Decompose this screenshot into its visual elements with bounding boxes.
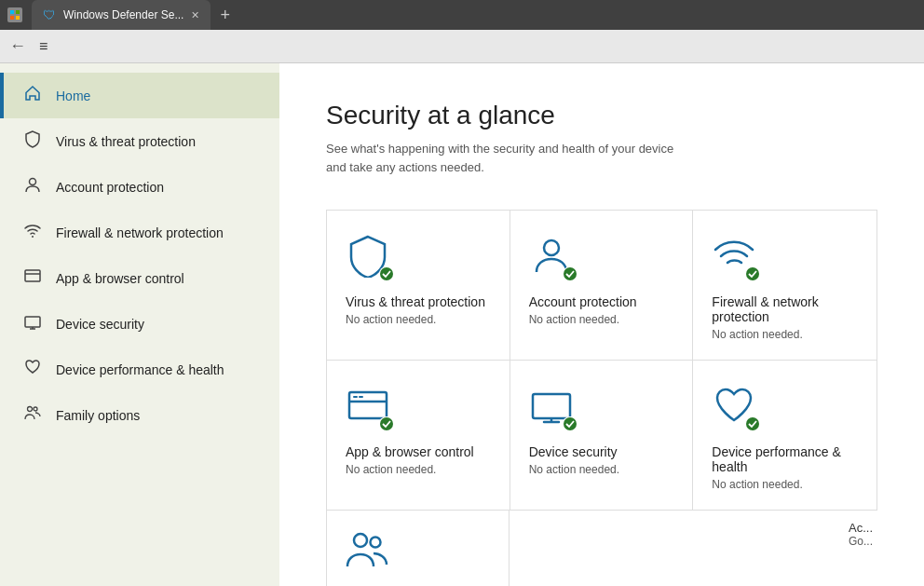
main-layout: Home Virus & threat protection Account p… [0, 63, 924, 586]
svg-rect-8 [25, 317, 40, 327]
check-badge-app [379, 416, 394, 431]
health-card[interactable]: Device performance & health No action ne… [693, 361, 876, 510]
partial-right-label: Ac... [326, 521, 873, 535]
svg-point-21 [380, 417, 393, 430]
sidebar-item-account[interactable]: Account protection [0, 164, 279, 210]
sidebar-item-health[interactable]: Device performance & health [0, 347, 279, 392]
firewall-card-title: Firewall & network protection [712, 294, 858, 324]
check-badge-device [563, 416, 578, 431]
svg-rect-6 [25, 270, 40, 281]
sidebar-item-home[interactable]: Home [0, 73, 279, 118]
content-area: Security at a glance See what's happenin… [279, 63, 924, 586]
tab-bar: 🛡 Windows Defender Se... ✕ + [32, 0, 917, 30]
svg-rect-22 [533, 394, 570, 418]
sidebar-item-account-label: Account protection [56, 180, 164, 195]
tab-title: Windows Defender Se... [63, 8, 183, 21]
menu-button[interactable]: ≡ [39, 38, 49, 55]
svg-point-5 [32, 236, 34, 238]
health-card-status: No action needed. [712, 478, 858, 491]
sidebar: Home Virus & threat protection Account p… [0, 63, 279, 586]
sidebar-item-app-label: App & browser control [56, 271, 184, 286]
tab-shield-icon: 🛡 [43, 7, 56, 22]
account-card-status: No action needed. [529, 313, 674, 326]
sidebar-item-device[interactable]: Device security [0, 301, 279, 347]
sidebar-item-device-label: Device security [56, 317, 144, 332]
home-icon [22, 84, 43, 107]
back-button[interactable]: ← [9, 36, 26, 56]
person-icon [22, 175, 43, 198]
device-security-card-title: Device security [529, 444, 674, 459]
health-card-icon-wrap [712, 383, 756, 431]
virus-card-title: Virus & threat protection [346, 294, 491, 309]
security-cards-grid: Virus & threat protection No action need… [326, 210, 877, 511]
partial-right-status: Go... [326, 535, 873, 548]
firewall-card-icon-wrap [712, 233, 756, 281]
account-protection-card[interactable]: Account protection No action needed. [510, 211, 694, 361]
page-subtitle: See what's happening with the security a… [326, 140, 877, 176]
device-icon [22, 312, 43, 335]
app-card-icon-wrap [346, 383, 390, 431]
svg-point-4 [30, 179, 36, 185]
sidebar-item-family-label: Family options [56, 408, 140, 423]
page-title: Security at a glance [326, 101, 877, 130]
svg-rect-1 [16, 10, 20, 14]
right-partial-text: Ac... Go... [326, 521, 877, 548]
family-icon [22, 403, 43, 427]
svg-rect-3 [16, 16, 20, 20]
account-card-icon-wrap [529, 233, 574, 281]
tab-close-button[interactable]: ✕ [191, 9, 199, 21]
sidebar-item-home-label: Home [56, 89, 90, 103]
app-icon [7, 7, 22, 22]
svg-point-16 [746, 267, 759, 280]
sidebar-item-family[interactable]: Family options [0, 392, 279, 438]
health-card-title: Device performance & health [712, 444, 858, 474]
firewall-protection-card[interactable]: Firewall & network protection No action … [693, 211, 876, 361]
wifi-icon [22, 221, 43, 244]
titlebar-app-icons [7, 7, 22, 22]
check-badge-health [745, 416, 760, 431]
account-card-title: Account protection [529, 294, 674, 309]
app-card-status: No action needed. [346, 463, 491, 476]
device-security-icon-wrap [529, 383, 574, 431]
svg-point-12 [34, 407, 37, 411]
check-badge-account [563, 266, 578, 281]
sidebar-item-firewall-label: Firewall & network protection [56, 225, 224, 240]
browser-icon [22, 266, 43, 290]
sidebar-item-virus[interactable]: Virus & threat protection [0, 118, 279, 164]
svg-point-14 [544, 240, 559, 255]
navbar: ← ≡ [0, 30, 924, 63]
check-badge-virus [379, 266, 394, 281]
active-tab[interactable]: 🛡 Windows Defender Se... ✕ [32, 0, 211, 30]
svg-point-15 [564, 267, 577, 280]
app-card-title: App & browser control [346, 444, 491, 459]
device-security-card[interactable]: Device security No action needed. [510, 361, 694, 510]
svg-point-26 [746, 417, 759, 430]
sidebar-item-virus-label: Virus & threat protection [56, 134, 196, 149]
shield-icon [22, 129, 43, 153]
titlebar: 🛡 Windows Defender Se... ✕ + [0, 0, 924, 30]
svg-point-13 [380, 267, 393, 280]
virus-protection-card[interactable]: Virus & threat protection No action need… [327, 211, 510, 361]
device-security-card-status: No action needed. [529, 463, 674, 476]
svg-point-25 [564, 417, 577, 430]
svg-rect-0 [10, 10, 14, 14]
svg-rect-2 [10, 16, 14, 20]
app-control-card[interactable]: App & browser control No action needed. [327, 361, 510, 510]
heart-icon [22, 358, 43, 381]
check-badge-firewall [745, 266, 760, 281]
sidebar-item-health-label: Device performance & health [56, 362, 224, 377]
virus-card-status: No action needed. [346, 313, 491, 326]
new-tab-button[interactable]: + [211, 0, 239, 30]
firewall-card-status: No action needed. [712, 328, 858, 341]
virus-card-icon-wrap [346, 233, 390, 281]
sidebar-item-app[interactable]: App & browser control [0, 255, 279, 301]
svg-point-11 [28, 407, 33, 412]
sidebar-item-firewall[interactable]: Firewall & network protection [0, 210, 279, 255]
